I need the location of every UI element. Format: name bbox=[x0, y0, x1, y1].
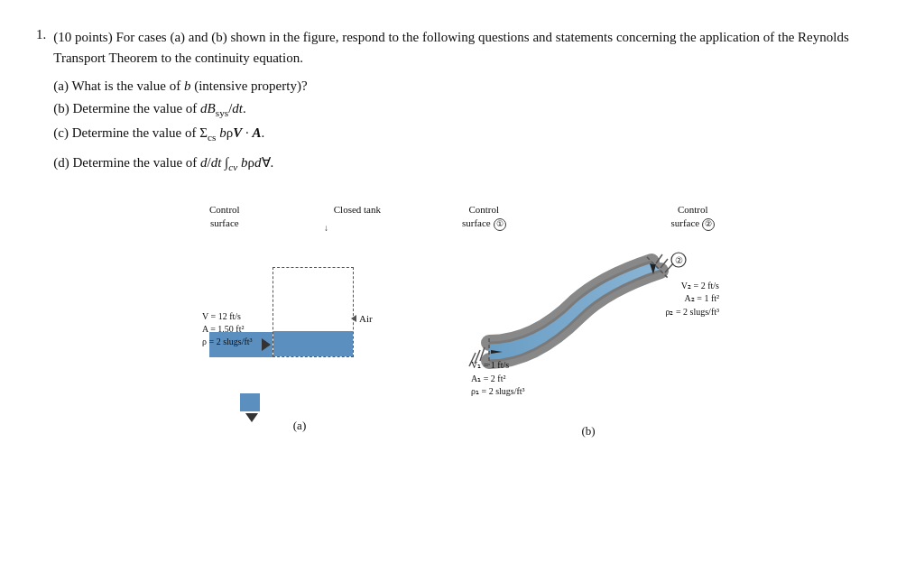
problem-header: 1. (10 points) For cases (a) and (b) sho… bbox=[36, 27, 888, 176]
inlet-rho: ρ = 2 slugs/ft³ bbox=[202, 336, 253, 348]
rho1-label: ρ₁ = 2 slugs/ft³ bbox=[471, 385, 525, 399]
outlet-pipe bbox=[240, 393, 260, 411]
sub-item-d: (d) Determine the value of d/dt ∫cv bρd∀… bbox=[53, 152, 888, 176]
case-b-diagram: ② V₁ = 1 ft/s A₁ = 2 ft² ρ₁ = 2 slugs/ft… bbox=[462, 235, 715, 415]
sub-item-a: (a) What is the value of b (intensive pr… bbox=[53, 75, 888, 98]
inlet-props-b: V₁ = 1 ft/s A₁ = 2 ft² ρ₁ = 2 slugs/ft³ bbox=[471, 359, 525, 399]
sub-item-b: (b) Determine the value of dBsys/dt. bbox=[53, 97, 888, 122]
water-fill bbox=[273, 331, 353, 356]
tank-box: Air bbox=[273, 267, 354, 357]
part-c-label: (c) bbox=[53, 125, 69, 140]
a2-label: A₂ = 1 ft² bbox=[665, 292, 719, 306]
outlet-arrow bbox=[245, 413, 258, 422]
problem-number: 1. bbox=[36, 27, 46, 176]
case-a-container: Controlsurface Closed tank ↓ Air bbox=[209, 203, 390, 438]
inlet-arrow bbox=[262, 338, 271, 351]
problem-container: 1. (10 points) For cases (a) and (b) sho… bbox=[36, 27, 888, 438]
part-a-label: (a) bbox=[53, 78, 69, 93]
sub-item-c: (c) Determine the value of Σcs bρV · A. bbox=[53, 122, 888, 146]
rho2-label: ρ₂ = 2 slugs/ft³ bbox=[665, 306, 719, 319]
cs-num-2: ② bbox=[702, 218, 715, 231]
cs-num-1: ① bbox=[494, 218, 506, 231]
inlet-props: V = 12 ft/s A = 1.50 ft² ρ = 2 slugs/ft³ bbox=[202, 310, 253, 348]
intro-paragraph: (10 points) For cases (a) and (b) shown … bbox=[53, 27, 888, 69]
case-b-caption: (b) bbox=[581, 424, 595, 438]
problem-intro-text: (10 points) For cases (a) and (b) shown … bbox=[53, 27, 888, 176]
outlet-props-b: V₂ = 2 ft/s A₂ = 1 ft² ρ₂ = 2 slugs/ft³ bbox=[665, 280, 719, 319]
cs-label-b1: Controlsurface ① bbox=[462, 203, 506, 230]
case-a-caption: (a) bbox=[293, 419, 306, 433]
inlet-a: A = 1.50 ft² bbox=[202, 323, 253, 336]
case-b-container: Controlsurface ① Controlsurface ② bbox=[462, 203, 715, 438]
control-surface-label-a: Controlsurface bbox=[209, 203, 240, 229]
inlet-v: V = 12 ft/s bbox=[202, 310, 253, 323]
figure-area: Controlsurface Closed tank ↓ Air bbox=[36, 203, 888, 438]
part-d-label: (d) bbox=[53, 155, 69, 170]
svg-text:②: ② bbox=[675, 255, 683, 265]
case-a-diagram: Air V = 12 ft/s A = 1.50 ft² ρ = 2 slugs… bbox=[209, 231, 390, 393]
closed-tank-label: Closed tank bbox=[334, 203, 381, 229]
part-b-label: (b) bbox=[53, 101, 69, 115]
air-label: Air bbox=[351, 313, 373, 324]
cs-label-b2: Controlsurface ② bbox=[670, 203, 715, 230]
v2-label: V₂ = 2 ft/s bbox=[665, 280, 719, 293]
a1-label: A₁ = 2 ft² bbox=[471, 373, 525, 386]
v1-label: V₁ = 1 ft/s bbox=[471, 359, 525, 373]
sub-items: (a) What is the value of b (intensive pr… bbox=[53, 75, 888, 177]
air-text: Air bbox=[359, 313, 373, 324]
